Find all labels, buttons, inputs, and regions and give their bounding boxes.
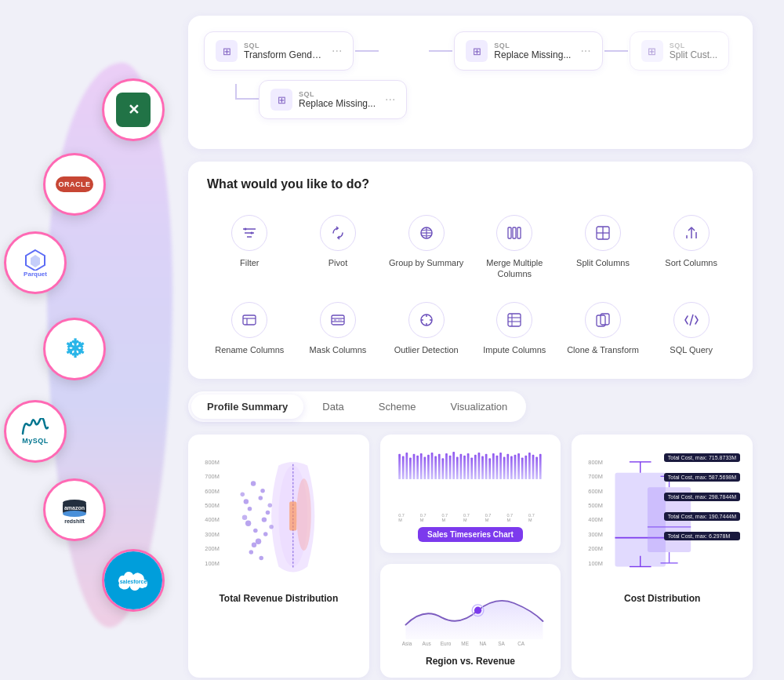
- cost-legend-3: Total Cost, max: 298.7844M: [664, 493, 740, 501]
- action-sql[interactable]: SQL Query: [648, 294, 734, 363]
- action-rename[interactable]: Rename Columns: [207, 294, 292, 363]
- svg-rect-70: [398, 454, 401, 479]
- pipeline-node-2[interactable]: ⊞ SQL Replace Missing... ···: [454, 31, 602, 71]
- action-label-sql: SQL Query: [670, 344, 713, 355]
- svg-line-39: [690, 315, 693, 325]
- svg-text:600M: 600M: [589, 487, 603, 494]
- svg-rect-92: [477, 453, 480, 479]
- svg-point-65: [242, 515, 247, 520]
- action-label-outlier: Outlier Detection: [394, 344, 459, 355]
- cost-legend-5: Total Cost, max: 6.2978M: [664, 532, 740, 540]
- svg-point-60: [263, 532, 268, 536]
- svg-point-4: [63, 511, 86, 517]
- action-clone[interactable]: Clone & Transform: [561, 294, 646, 363]
- svg-text:amazon: amazon: [64, 505, 85, 511]
- pipeline-node-4[interactable]: ⊞ SQL Replace Missing... ···: [259, 80, 407, 119]
- node-icon-3: ⊞: [641, 40, 663, 62]
- pipeline-node-3[interactable]: ⊞ SQL Split Cust...: [630, 31, 729, 71]
- svg-point-66: [269, 525, 274, 529]
- svg-rect-83: [445, 453, 448, 479]
- tab-profile-summary[interactable]: Profile Summary: [191, 395, 303, 419]
- svg-text:800M: 800M: [589, 459, 603, 466]
- tab-visualization[interactable]: Visualization: [435, 395, 524, 419]
- node-dots-1[interactable]: ···: [332, 44, 342, 58]
- svg-point-58: [266, 511, 270, 515]
- node-name-1: Transform Gende...: [244, 49, 322, 60]
- svg-point-52: [262, 517, 267, 522]
- redshift-logo[interactable]: amazon redshift: [43, 478, 106, 541]
- node-dots-4[interactable]: ···: [385, 93, 395, 107]
- svg-text:0.7: 0.7: [506, 513, 513, 518]
- revenue-chart-svg: 800M 700M 600M 500M 400M 300M 200M 100M: [199, 445, 358, 587]
- action-label-group: Group by Summary: [389, 257, 463, 268]
- svg-text:300M: 300M: [589, 531, 603, 538]
- node-type-3: SQL: [670, 42, 717, 49]
- mysql-logo[interactable]: MySQL: [4, 400, 67, 463]
- action-label-rename: Rename Columns: [215, 344, 284, 355]
- svg-rect-91: [474, 455, 477, 479]
- action-sort[interactable]: Sort Columns: [648, 207, 734, 288]
- svg-text:700M: 700M: [589, 473, 603, 480]
- action-mask[interactable]: Mask Columns: [296, 294, 381, 363]
- pipeline-row-2: ⊞ SQL Replace Missing... ···: [235, 80, 737, 119]
- action-pivot[interactable]: Pivot: [296, 207, 381, 288]
- action-impute[interactable]: Impute Columns: [472, 294, 557, 363]
- region-chart-svg: Asia Aus Euro ME NA SA CA: [391, 575, 550, 649]
- svg-text:M: M: [528, 518, 532, 522]
- action-split[interactable]: Split Columns: [561, 207, 646, 288]
- tab-scheme[interactable]: Scheme: [363, 395, 432, 419]
- svg-text:ME: ME: [461, 641, 469, 646]
- node-type-4: SQL: [299, 90, 376, 98]
- tab-data[interactable]: Data: [307, 395, 359, 419]
- branch-connector: [235, 84, 259, 100]
- svg-rect-98: [499, 453, 502, 479]
- sort-icon: [673, 215, 710, 251]
- action-label-mask: Mask Columns: [310, 344, 367, 355]
- connector-3: [604, 50, 628, 52]
- svg-rect-17: [517, 227, 521, 238]
- connector-2: [429, 50, 452, 52]
- main-content: ⊞ SQL Transform Gende... ··· ⊞ SQL Repla…: [172, 16, 768, 678]
- action-group[interactable]: Group by Summary: [383, 207, 469, 288]
- svg-text:Aus: Aus: [422, 641, 430, 646]
- pipeline-row-1: ⊞ SQL Transform Gende... ··· ⊞ SQL Repla…: [204, 31, 737, 71]
- svg-rect-89: [466, 453, 469, 479]
- snowflake-logo[interactable]: ❄: [43, 318, 106, 380]
- svg-rect-94: [485, 454, 487, 479]
- parquet-logo[interactable]: Parquet: [4, 231, 67, 294]
- excel-logo[interactable]: ✕: [102, 78, 165, 141]
- svg-rect-107: [532, 455, 534, 479]
- revenue-chart-area: 800M 700M 600M 500M 400M 300M 200M 100M: [199, 445, 358, 587]
- svg-rect-105: [524, 456, 527, 479]
- timeseries-badge: Sales Timeseries Chart: [418, 527, 523, 542]
- parquet-icon: Parquet: [23, 249, 48, 278]
- node-dots-2[interactable]: ···: [580, 44, 590, 58]
- svg-text:0.7: 0.7: [528, 513, 535, 518]
- svg-rect-30: [334, 319, 336, 321]
- svg-point-56: [260, 489, 265, 493]
- svg-rect-24: [243, 315, 256, 325]
- svg-rect-16: [513, 227, 516, 238]
- svg-rect-72: [405, 453, 408, 479]
- salesforce-logo[interactable]: salesforce: [102, 549, 165, 612]
- action-outlier[interactable]: Outlier Detection: [383, 294, 469, 363]
- svg-rect-102: [514, 455, 516, 479]
- action-title: What would you like to do?: [207, 177, 734, 191]
- pipeline-node-1[interactable]: ⊞ SQL Transform Gende... ···: [204, 31, 354, 71]
- impute-icon: [496, 302, 532, 338]
- oracle-logo[interactable]: ORACLE: [43, 153, 106, 216]
- svg-text:100M: 100M: [205, 560, 219, 567]
- merge-icon: [496, 215, 532, 251]
- action-filter[interactable]: Filter: [207, 207, 292, 288]
- tabs-section: Profile Summary Data Scheme Visualizatio…: [188, 391, 526, 422]
- action-merge[interactable]: Merge Multiple Columns: [472, 207, 557, 288]
- action-label-clone: Clone & Transform: [567, 344, 639, 355]
- svg-rect-79: [430, 453, 433, 479]
- svg-text:700M: 700M: [205, 473, 219, 480]
- svg-text:NA: NA: [479, 641, 487, 646]
- svg-text:0.7: 0.7: [420, 513, 426, 518]
- svg-text:M: M: [420, 518, 424, 522]
- svg-point-50: [259, 496, 263, 500]
- cost-chart-card: 800M 700M 600M 500M 400M 300M 200M 100M: [572, 435, 753, 678]
- svg-rect-97: [495, 456, 498, 479]
